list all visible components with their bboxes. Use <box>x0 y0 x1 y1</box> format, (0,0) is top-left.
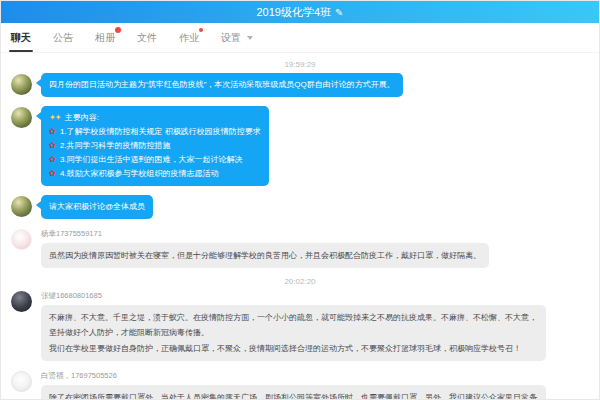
message-owner-2: ✦✦ 主要内容: ✿ 1.了解学校疫情防控相关规定 积极践行校园疫情防控要求 ✿… <box>11 106 589 186</box>
tab-album[interactable]: 相册 <box>95 23 115 52</box>
sender-name[interactable]: 白贤福，17697505526 <box>41 371 546 381</box>
avatar[interactable] <box>11 107 32 128</box>
homework-notification-badge <box>199 28 203 32</box>
group-title: 2019级化学4班 <box>257 5 332 20</box>
message-bubble[interactable]: 四月份的团日活动为主题为“筑牢红色防疫线”，本次活动采取班级成员QQ群自由讨论的… <box>41 73 403 97</box>
message-text: 我们在学校里要做好自身防护，正确佩戴口罩，不聚众，疫情期间选择合理的运动方式，不… <box>49 341 538 356</box>
message-text: 四月份的团日活动为主题为“筑牢红色防疫线”，本次活动采取班级成员QQ群自由讨论的… <box>49 80 395 89</box>
timestamp: 19:59:29 <box>11 60 589 69</box>
sender-name[interactable]: 杨幸17375559171 <box>41 229 489 239</box>
rose-icon: ✿ <box>49 127 56 136</box>
rose-icon: ✿ <box>49 141 56 150</box>
tab-files[interactable]: 文件 <box>137 23 157 52</box>
message-text: 请大家积极讨论@全体成员 <box>49 202 145 211</box>
album-notification-badge <box>115 27 121 33</box>
tab-album-label: 相册 <box>95 32 115 43</box>
chevron-down-icon <box>247 36 253 40</box>
qq-group-chat-window: 2019级化学4班 ✎ 聊天 公告 相册 文件 作业 设置 19:59:29 <box>0 0 600 400</box>
tab-bar: 聊天 公告 相册 文件 作业 设置 <box>1 23 599 53</box>
tab-announcement[interactable]: 公告 <box>53 23 73 52</box>
sender-name[interactable]: 张键16680801685 <box>41 291 546 301</box>
message-text: 主要内容: <box>65 113 99 122</box>
tab-settings[interactable]: 设置 <box>221 23 253 52</box>
tab-homework-label: 作业 <box>179 32 199 43</box>
timestamp: 20:02:20 <box>11 277 589 286</box>
message-zhang: 张键16680801685 不麻痹、不大意。千里之堤，溃于蚁穴。在疫情防控方面，… <box>11 290 589 361</box>
message-text: 虽然因为疫情原因暂时被关在寝室，但是十分能够理解学校的良苦用心，并且会积极配合防… <box>49 251 481 260</box>
list-item: 3.同学们提出生活中遇到的困难，大家一起讨论解决 <box>60 155 243 164</box>
message-bubble[interactable]: 除了在密闭场所需要戴口罩外，当处于人员密集的露天广场、剧场和公园等室外场所时，也… <box>41 385 546 400</box>
rose-icon: ✿ <box>49 169 56 178</box>
message-bai: 白贤福，17697505526 除了在密闭场所需要戴口罩外，当处于人员密集的露天… <box>11 370 589 400</box>
avatar[interactable] <box>11 291 32 312</box>
message-bubble[interactable]: ✦✦ 主要内容: ✿ 1.了解学校疫情防控相关规定 积极践行校园疫情防控要求 ✿… <box>41 106 269 186</box>
avatar[interactable] <box>11 196 32 217</box>
chat-message-list[interactable]: 19:59:29 四月份的团日活动为主题为“筑牢红色防疫线”，本次活动采取班级成… <box>1 53 599 400</box>
message-text: 除了在密闭场所需要戴口罩外，当处于人员密集的露天广场、剧场和公园等室外场所时，也… <box>49 393 537 400</box>
list-item: 4.鼓励大家积极参与学校组织的疫情志愿活动 <box>60 169 219 178</box>
avatar[interactable] <box>11 229 32 250</box>
tab-announcement-label: 公告 <box>53 32 73 43</box>
titlebar: 2019级化学4班 ✎ <box>1 1 599 23</box>
message-bubble[interactable]: 虽然因为疫情原因暂时被关在寝室，但是十分能够理解学校的良苦用心，并且会积极配合防… <box>41 243 489 268</box>
message-bubble[interactable]: 不麻痹、不大意。千里之堤，溃于蚁穴。在疫情防控方面，一个小小的疏忽，就可能毁掉来… <box>41 305 546 361</box>
tab-settings-label: 设置 <box>221 32 241 43</box>
sparkle-icon: ✦✦ <box>49 113 60 122</box>
avatar[interactable] <box>11 74 32 95</box>
tab-chat[interactable]: 聊天 <box>11 23 31 52</box>
tab-chat-label: 聊天 <box>11 32 31 43</box>
edit-title-icon[interactable]: ✎ <box>335 7 343 18</box>
message-owner-1: 四月份的团日活动为主题为“筑牢红色防疫线”，本次活动采取班级成员QQ群自由讨论的… <box>11 73 589 97</box>
avatar[interactable] <box>11 371 32 392</box>
tab-files-label: 文件 <box>137 32 157 43</box>
tab-homework[interactable]: 作业 <box>179 23 199 52</box>
list-item: 2.共同学习科学的疫情防控措施 <box>60 141 171 150</box>
message-yang: 杨幸17375559171 虽然因为疫情原因暂时被关在寝室，但是十分能够理解学校… <box>11 228 589 268</box>
list-item: 1.了解学校疫情防控相关规定 积极践行校园疫情防控要求 <box>60 127 261 136</box>
message-owner-3: 请大家积极讨论@全体成员 <box>11 195 589 219</box>
message-bubble[interactable]: 请大家积极讨论@全体成员 <box>41 195 153 219</box>
rose-icon: ✿ <box>49 155 56 164</box>
message-text: 不麻痹、不大意。千里之堤，溃于蚁穴。在疫情防控方面，一个小小的疏忽，就可能毁掉来… <box>49 310 538 340</box>
